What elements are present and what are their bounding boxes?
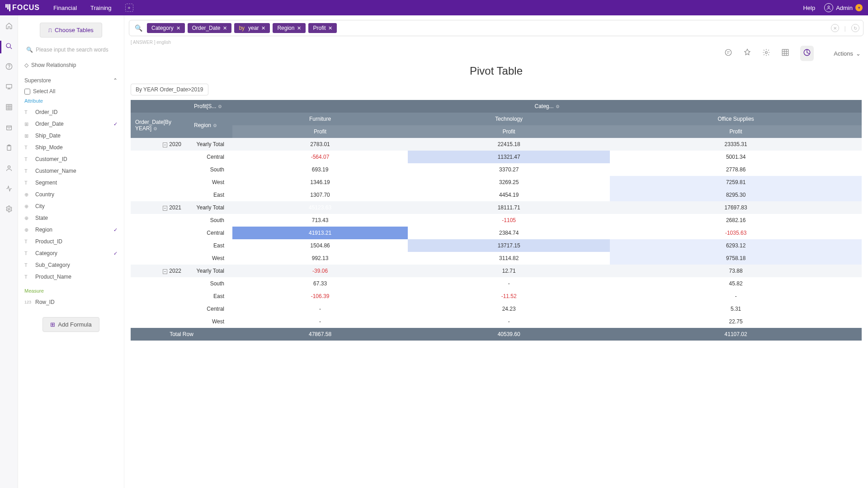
field-item[interactable]: TProduct_ID — [23, 236, 119, 247]
check-icon: ✓ — [113, 251, 118, 256]
query-pill[interactable]: byyear✕ — [234, 23, 270, 33]
user-icon[interactable] — [5, 165, 13, 174]
left-icon-rail — [0, 15, 18, 488]
value-cell: 6293.12 — [610, 239, 862, 252]
field-item[interactable]: TSub_Category — [23, 259, 119, 271]
field-item[interactable]: ⊕Country — [23, 189, 119, 200]
field-name: Row_ID — [35, 299, 55, 305]
collapse-icon[interactable]: − — [163, 269, 168, 274]
close-icon[interactable]: ✕ — [223, 25, 227, 31]
close-icon[interactable]: ✕ — [176, 25, 180, 31]
field-item[interactable]: TOrder_ID — [23, 106, 119, 118]
breadcrumb: [ ANSWER ] english — [129, 38, 863, 46]
home-icon[interactable] — [5, 22, 13, 31]
filter-chip[interactable]: By YEAR Order_Date>2019 — [131, 84, 208, 95]
refresh-query-button[interactable]: ↻ — [851, 24, 859, 32]
pivot-table-container: Profit[S...⚙ Categ...⚙ Order_Date[By YEA… — [129, 100, 863, 488]
activity-icon[interactable] — [5, 185, 13, 194]
archive-icon[interactable] — [5, 124, 13, 133]
value-cell: 17697.83 — [610, 201, 862, 214]
field-item[interactable]: ⊕Region✓ — [23, 224, 119, 236]
value-cell: 45.82 — [610, 277, 862, 290]
value-cell: 8295.30 — [610, 189, 862, 201]
gear-icon[interactable]: ⚙ — [153, 126, 157, 131]
add-tab-button[interactable]: + — [125, 4, 133, 12]
toolbar: Actions ⌄ — [129, 46, 863, 64]
query-bar[interactable]: 🔍 Category✕Order_Date✕byyear✕Region✕Prof… — [129, 20, 863, 36]
help-icon[interactable] — [5, 63, 13, 72]
year-total-row: −2020Yearly Total2783.0122415.1823335.31 — [131, 138, 862, 151]
presentation-icon[interactable] — [5, 83, 13, 92]
data-row: East-106.39-11.52- — [131, 290, 862, 303]
year-cell[interactable]: −2022 — [131, 265, 189, 277]
field-item[interactable]: ⊞Ship_Date — [23, 130, 119, 142]
svg-point-12 — [765, 52, 768, 54]
gear-icon[interactable]: ⚙ — [556, 104, 560, 109]
value-cell: 2778.86 — [610, 163, 862, 176]
gear-icon[interactable]: ⚙ — [218, 104, 222, 109]
data-row: Central-24.235.31 — [131, 303, 862, 315]
add-formula-label: Add Formula — [58, 321, 91, 328]
choose-tables-button[interactable]: ⎍ Choose Tables — [40, 23, 102, 38]
field-item[interactable]: TCategory✓ — [23, 247, 119, 259]
query-pill[interactable]: Order_Date✕ — [188, 23, 232, 33]
query-pill[interactable]: Profit✕ — [308, 23, 337, 33]
field-name: Order_ID — [35, 109, 57, 115]
value-cell: 1307.70 — [232, 189, 408, 201]
value-cell: 5.31 — [610, 303, 862, 315]
collapse-icon[interactable]: − — [163, 206, 168, 211]
user-menu[interactable]: Admin ▾ — [824, 3, 863, 12]
year-cell[interactable]: −2020 — [131, 138, 189, 151]
chat-icon[interactable] — [724, 48, 732, 58]
field-type-icon: ⊞ — [24, 121, 31, 127]
collapse-icon[interactable]: − — [163, 142, 168, 147]
value-cell: 41913.21 — [232, 227, 408, 239]
select-all-input[interactable] — [24, 89, 30, 95]
query-pill[interactable]: Region✕ — [273, 23, 306, 33]
logo-icon — [5, 4, 10, 11]
query-pill[interactable]: Category✕ — [147, 23, 185, 33]
close-icon[interactable]: ✕ — [261, 25, 265, 31]
field-item[interactable]: ⊞Order_Date✓ — [23, 118, 119, 130]
gear-icon[interactable]: ⚙ — [213, 123, 217, 128]
actions-menu[interactable]: Actions ⌄ — [834, 50, 861, 57]
field-name: Product_ID — [35, 238, 62, 245]
tab-training[interactable]: Training — [90, 5, 111, 11]
region-cell: South — [189, 163, 232, 176]
show-relationship-toggle[interactable]: ◇ Show Relationship — [23, 62, 119, 68]
chart-view-icon[interactable] — [800, 46, 814, 61]
year-cell[interactable]: −2021 — [131, 201, 189, 214]
svg-rect-5 — [6, 104, 12, 110]
field-item[interactable]: ⊕State — [23, 212, 119, 224]
field-item[interactable]: ⊕City — [23, 200, 119, 212]
add-formula-button[interactable]: ⊞ Add Formula — [42, 317, 99, 332]
close-icon[interactable]: ✕ — [328, 25, 332, 31]
grid-icon[interactable] — [5, 104, 13, 113]
select-all-checkbox[interactable]: Select All — [23, 87, 119, 97]
pin-icon[interactable] — [743, 48, 751, 58]
data-row: West1346.193269.257259.81 — [131, 176, 862, 189]
attribute-section-label: Attribute — [23, 97, 119, 106]
table-view-icon[interactable] — [781, 48, 789, 58]
field-item[interactable]: 123Row_ID — [23, 296, 119, 308]
help-link[interactable]: Help — [803, 5, 815, 11]
settings-icon[interactable] — [762, 48, 770, 58]
field-item[interactable]: TCustomer_ID — [23, 153, 119, 165]
clear-query-button[interactable]: ✕ — [831, 24, 839, 32]
field-search[interactable]: 🔍 Please input the search words — [23, 44, 119, 56]
field-item[interactable]: TCustomer_Name — [23, 165, 119, 177]
tab-financial[interactable]: Financial — [53, 5, 77, 11]
close-icon[interactable]: ✕ — [297, 25, 301, 31]
settings-icon[interactable] — [5, 205, 13, 214]
value-cell: - — [232, 303, 408, 315]
top-bar: FOCUS Financial Training + Help Admin ▾ — [0, 0, 868, 15]
field-name: Ship_Mode — [35, 144, 63, 151]
field-item[interactable]: TShip_Mode — [23, 142, 119, 153]
logo-text: FOCUS — [12, 4, 40, 12]
search-icon[interactable] — [5, 43, 13, 52]
value-cell: 18111.71 — [408, 201, 610, 214]
field-item[interactable]: TSegment — [23, 177, 119, 189]
clipboard-icon[interactable] — [5, 144, 13, 153]
field-item[interactable]: TProduct_Name — [23, 271, 119, 283]
datasource-header[interactable]: Superstore ⌃ — [23, 76, 119, 87]
